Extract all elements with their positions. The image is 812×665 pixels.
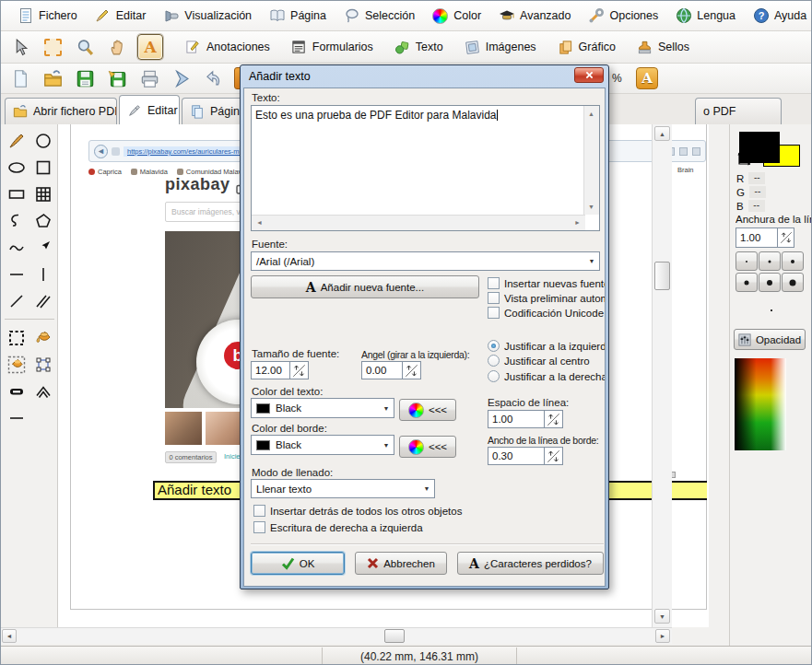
bucket-pattern-icon[interactable]	[4, 353, 29, 376]
vertical-scroll-thumb[interactable]	[654, 262, 670, 290]
justify-center-radio[interactable]: Justificar al centro	[488, 355, 605, 367]
line-thickness-5-button[interactable]	[759, 273, 781, 292]
save-as-icon[interactable]	[105, 66, 129, 90]
line-thickness-4-button[interactable]	[736, 273, 758, 292]
menu-pagina[interactable]: Página	[260, 3, 335, 29]
menu-ayuda[interactable]: ? Ayuda	[744, 3, 812, 29]
menu-lengua[interactable]: Lengua	[666, 3, 744, 29]
scroll-up-button[interactable]: ▲	[654, 126, 670, 141]
bucket-icon[interactable]	[30, 326, 55, 349]
open-folder-icon[interactable]	[41, 66, 65, 90]
missing-characters-button[interactable]: A ¿Caracteres perdidos?	[457, 552, 604, 575]
close-icon[interactable]	[574, 67, 604, 83]
menu-avanzado[interactable]: Avanzado	[489, 3, 579, 29]
line-thickness-2-button[interactable]	[759, 251, 781, 271]
spinner-icon[interactable]	[545, 410, 563, 428]
texto-button[interactable]: Texto	[388, 38, 450, 57]
hline-icon[interactable]	[4, 262, 29, 286]
opacity-button[interactable]: Opacidad	[734, 329, 806, 350]
textarea-hscrollbar[interactable]: ◄ ►	[252, 215, 585, 230]
auto-preview-checkbox[interactable]: Vista preliminar automática	[488, 292, 605, 304]
scroll-left-button[interactable]: ◄	[2, 629, 17, 643]
grafico-button[interactable]: Gráfico	[551, 38, 622, 57]
rectangle-icon[interactable]	[4, 182, 29, 205]
scroll-left-icon[interactable]: ◄	[253, 216, 266, 229]
double-diagonal-icon[interactable]	[30, 289, 55, 312]
squiggle-icon[interactable]	[4, 236, 29, 259]
insert-fonts-checkbox[interactable]: Insertar nuevas fuentes	[488, 277, 605, 289]
line-width-input[interactable]: 1.00	[736, 228, 778, 248]
formularios-button[interactable]: Formularios	[285, 38, 380, 57]
cursor-arrow-icon[interactable]	[8, 35, 32, 59]
imagenes-button[interactable]: Imágenes	[458, 38, 543, 57]
chevron-icon[interactable]	[30, 379, 55, 402]
text-color-picker-button[interactable]: <<<	[399, 399, 456, 421]
transform-icon[interactable]	[30, 353, 55, 376]
textarea-vscrollbar[interactable]: ▲ ▼	[583, 106, 599, 215]
text-input-area[interactable]: Esto es una prueba de PDF Editor para Ma…	[251, 105, 600, 231]
scroll-up-icon[interactable]: ▲	[584, 107, 598, 121]
spinner-icon[interactable]	[403, 361, 421, 379]
vline-icon[interactable]	[30, 262, 55, 286]
pill-icon[interactable]	[4, 379, 29, 402]
anotaciones-button[interactable]: Anotaciones	[179, 38, 277, 57]
ellipse-icon[interactable]	[4, 156, 29, 179]
menu-visualizacion[interactable]: Visualización	[154, 3, 260, 29]
diagonal-icon[interactable]	[4, 289, 29, 312]
justify-right-radio[interactable]: Justificar a la derecha	[488, 370, 605, 382]
tab-editar[interactable]: Editar	[119, 95, 180, 124]
font-dropdown[interactable]: /Arial (/Arial) ▼	[251, 251, 600, 271]
spinner-icon[interactable]	[545, 447, 563, 465]
pentagon-icon[interactable]	[30, 209, 55, 232]
print-icon[interactable]	[137, 66, 161, 90]
tab-o-pdf[interactable]: o PDF	[695, 98, 782, 124]
menu-color[interactable]: Color	[423, 3, 489, 29]
add-font-button[interactable]: A Añadir nueva fuente...	[251, 275, 479, 298]
border-color-dropdown[interactable]: Black ▼	[251, 435, 394, 455]
tab-abrir-fichero-pdf[interactable]: Abrir fichero PDF	[5, 98, 117, 124]
menu-seleccion[interactable]: Selección	[335, 3, 423, 29]
line-thickness-1-button[interactable]	[736, 251, 758, 271]
dashed-select-icon[interactable]	[4, 326, 29, 349]
sellos-button[interactable]: Sellos	[630, 38, 696, 57]
brush-icon[interactable]	[4, 129, 29, 152]
circle-icon[interactable]	[30, 129, 55, 152]
menu-editar[interactable]: Editar	[86, 3, 155, 29]
spinner-icon[interactable]	[778, 228, 794, 248]
arrow-icon[interactable]	[30, 236, 55, 259]
vertical-scrollbar[interactable]: ▲ ▼	[652, 124, 672, 627]
hand-icon[interactable]	[105, 35, 129, 59]
select-rect-icon[interactable]	[41, 35, 65, 59]
line-space-input[interactable]: 1.00	[488, 410, 545, 428]
horizontal-scrollbar[interactable]: ◄ ►	[1, 627, 672, 644]
fill-mode-dropdown[interactable]: Llenar texto ▼	[251, 479, 435, 498]
square-icon[interactable]	[30, 156, 55, 179]
rtl-writing-checkbox[interactable]: Escritura de derecha a izquierda	[253, 521, 548, 533]
border-width-input[interactable]: 0.30	[488, 447, 545, 465]
unicode-checkbox[interactable]: Codificación Unicode	[488, 307, 605, 319]
scroll-down-icon[interactable]: ▼	[584, 200, 598, 214]
font-size-input[interactable]: 12.00	[251, 361, 290, 379]
dialog-title-bar[interactable]: Añadir texto	[243, 65, 606, 88]
letter-a-tool-icon[interactable]: A	[137, 34, 163, 60]
undo-icon[interactable]	[202, 66, 226, 90]
ok-button[interactable]: OK	[251, 552, 345, 575]
text-color-dropdown[interactable]: Black ▼	[251, 398, 394, 418]
horizontal-scroll-thumb[interactable]	[384, 629, 405, 643]
color-spectrum-picker[interactable]	[735, 358, 786, 450]
menu-fichero[interactable]: Fichero	[8, 3, 86, 29]
cancel-button[interactable]: Abbrechen	[355, 552, 447, 575]
magnifier-icon[interactable]	[73, 35, 97, 59]
scroll-right-button[interactable]: ►	[655, 629, 670, 643]
menu-opciones[interactable]: Opciones	[579, 3, 666, 29]
curve-icon[interactable]	[4, 209, 29, 232]
grid-icon[interactable]	[30, 182, 55, 205]
scroll-right-icon[interactable]: ►	[571, 216, 584, 229]
save-icon[interactable]	[73, 66, 97, 90]
line-thickness-6-button[interactable]	[782, 273, 804, 292]
insert-behind-checkbox[interactable]: Insertar detrás de todos los otros objet…	[253, 505, 548, 517]
scroll-down-button[interactable]: ▼	[654, 609, 670, 624]
scan-icon[interactable]	[170, 66, 194, 90]
spinner-icon[interactable]	[290, 361, 309, 379]
new-page-icon[interactable]	[8, 66, 32, 90]
